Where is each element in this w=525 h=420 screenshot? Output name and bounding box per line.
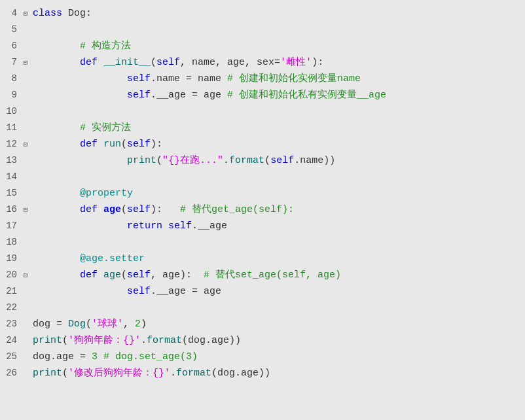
line-number: 20 — [0, 267, 21, 283]
code-content — [30, 104, 39, 120]
line-number: 19 — [0, 251, 21, 266]
line-number: 10 — [0, 103, 21, 119]
code-line: 18 — [0, 234, 525, 251]
code-content: return self.__age — [30, 219, 227, 234]
line-number: 16 — [0, 201, 21, 217]
code-line: 15 @property — [0, 185, 525, 201]
code-editor: 4⊟class Dog:5 6 # 构造方法7⊟ def __init__(se… — [0, 0, 525, 420]
fold-icon[interactable]: ⊟ — [21, 268, 30, 283]
code-line: 4⊟class Dog: — [0, 5, 525, 22]
code-content: self.__age = age # 创建和初始化私有实例变量__age — [30, 88, 386, 103]
code-content: dog.age = 3 # dog.set_age(3) — [30, 349, 198, 365]
line-number: 23 — [0, 316, 21, 332]
code-line: 16⊟ def age(self): # 替代get_age(self): — [0, 201, 525, 218]
line-number: 12 — [0, 136, 21, 152]
code-content — [30, 22, 39, 38]
code-line: 13 print("{}在跑...".format(self.name)) — [0, 152, 525, 169]
line-number: 17 — [0, 218, 21, 234]
code-content: dog = Dog('球球', 2) — [30, 317, 147, 332]
line-number: 13 — [0, 152, 21, 168]
code-line: 22 — [0, 300, 525, 316]
code-line: 14 — [0, 169, 525, 185]
code-line: 17 return self.__age — [0, 218, 525, 234]
code-content: def run(self): — [30, 137, 162, 152]
code-line: 12⊟ def run(self): — [0, 136, 525, 152]
line-number: 4 — [0, 5, 21, 21]
code-content: self.__age = age — [30, 284, 221, 300]
line-number: 24 — [0, 332, 21, 348]
line-number: 25 — [0, 349, 21, 364]
fold-icon[interactable]: ⊟ — [21, 55, 30, 71]
code-content: def age(self): # 替代get_age(self): — [30, 202, 294, 218]
code-content: class Dog: — [30, 6, 92, 22]
code-line: 8 self.name = name # 创建和初始化实例变量name — [0, 71, 525, 87]
line-number: 15 — [0, 185, 21, 201]
code-line: 11 # 实例方法 — [0, 120, 525, 136]
code-line: 5 — [0, 22, 525, 38]
code-line: 21 self.__age = age — [0, 283, 525, 300]
line-number: 8 — [0, 71, 21, 86]
code-content: @age.setter — [30, 251, 145, 267]
code-content: print('修改后狗狗年龄：{}'.format(dog.age)) — [30, 366, 270, 381]
code-content: def __init__(self, name, age, sex='雌性'): — [30, 55, 323, 71]
code-content: print("{}在跑...".format(self.name)) — [30, 153, 335, 169]
line-number: 5 — [0, 22, 21, 37]
code-content: def age(self, age): # 替代set_age(self, ag… — [30, 268, 341, 283]
line-number: 26 — [0, 365, 21, 381]
line-number: 6 — [0, 38, 21, 54]
line-number: 21 — [0, 283, 21, 299]
code-line: 10 — [0, 103, 525, 120]
fold-icon[interactable]: ⊟ — [21, 202, 30, 218]
code-line: 19 @age.setter — [0, 251, 525, 267]
line-number: 7 — [0, 54, 21, 70]
code-line: 23 dog = Dog('球球', 2) — [0, 316, 525, 332]
code-content — [30, 235, 39, 251]
code-content: @property — [30, 186, 133, 201]
fold-icon[interactable]: ⊟ — [21, 137, 30, 152]
line-number: 9 — [0, 87, 21, 103]
code-content: # 实例方法 — [30, 120, 131, 136]
code-line: 20⊟ def age(self, age): # 替代set_age(self… — [0, 267, 525, 283]
code-line: 26 print('修改后狗狗年龄：{}'.format(dog.age)) — [0, 365, 525, 381]
line-number: 14 — [0, 169, 21, 184]
code-content — [30, 300, 39, 316]
code-content: self.name = name # 创建和初始化实例变量name — [30, 71, 361, 87]
code-content — [30, 169, 39, 185]
code-line: 7⊟ def __init__(self, name, age, sex='雌性… — [0, 54, 525, 71]
code-line: 25 dog.age = 3 # dog.set_age(3) — [0, 349, 525, 365]
fold-icon[interactable]: ⊟ — [21, 6, 30, 22]
line-number: 18 — [0, 234, 21, 250]
code-line: 6 # 构造方法 — [0, 38, 525, 54]
code-line: 9 self.__age = age # 创建和初始化私有实例变量__age — [0, 87, 525, 103]
code-line: 24 print('狗狗年龄：{}'.format(dog.age)) — [0, 332, 525, 349]
code-content: # 构造方法 — [30, 39, 131, 54]
line-number: 22 — [0, 300, 21, 315]
code-content: print('狗狗年龄：{}'.format(dog.age)) — [30, 333, 241, 349]
line-number: 11 — [0, 120, 21, 135]
